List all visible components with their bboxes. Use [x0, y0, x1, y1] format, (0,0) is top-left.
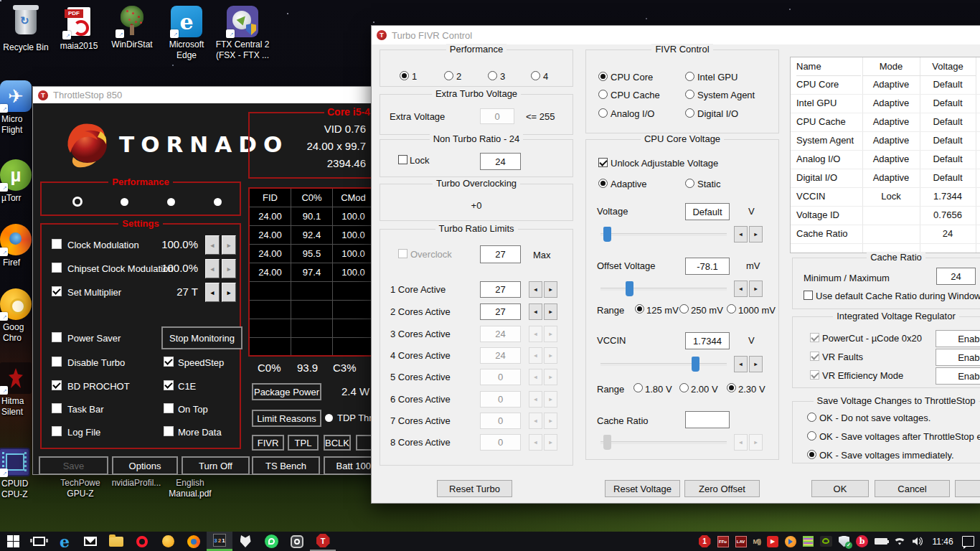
extra-voltage-input[interactable]: 0: [480, 108, 514, 124]
taskbar-mail[interactable]: [77, 532, 103, 551]
log-file-checkbox[interactable]: [52, 426, 62, 436]
tray-madvr[interactable]: M)): [753, 538, 761, 545]
fivr-titlebar[interactable]: T Turbo FIVR Control: [372, 26, 980, 44]
vr-efficiency-button[interactable]: Enabled: [936, 367, 980, 385]
table-header-mode[interactable]: Mode: [862, 57, 920, 76]
taskbar-whatsapp[interactable]: [258, 532, 284, 551]
core-active-input[interactable]: 27: [480, 303, 521, 320]
core-active-stepper[interactable]: [529, 303, 557, 320]
clock-modulation-stepper[interactable]: [205, 235, 236, 255]
taskbar-firefox[interactable]: [181, 532, 207, 551]
range-125mv-radio[interactable]: [635, 304, 644, 314]
task-bar-checkbox[interactable]: [52, 403, 62, 413]
reset-turbo-button[interactable]: Reset Turbo: [437, 480, 512, 497]
ok-button[interactable]: OK: [811, 480, 869, 497]
tray-lav[interactable]: LAV: [735, 536, 747, 547]
unlock-voltage-checkbox[interactable]: [598, 158, 608, 167]
ts-bench-button[interactable]: TS Bench: [252, 456, 320, 475]
analog-io-radio[interactable]: [598, 108, 608, 118]
overclock-max-input[interactable]: 27: [480, 245, 521, 263]
offset-voltage-stepper[interactable]: [734, 281, 763, 297]
save-option-radio-1[interactable]: [807, 413, 816, 422]
core-active-stepper[interactable]: [529, 281, 557, 298]
static-radio[interactable]: [685, 179, 694, 188]
save-option-radio-2[interactable]: [807, 431, 816, 441]
tray-defender[interactable]: ✓: [839, 536, 849, 547]
vccin-box[interactable]: 1.7344: [685, 332, 730, 349]
desktop-icon-english-manual[interactable]: English Manual.pdf: [162, 476, 218, 499]
taskbar-opera[interactable]: [129, 532, 155, 551]
core-active-stepper[interactable]: [529, 413, 557, 429]
ts-profile-radio-4[interactable]: [214, 198, 222, 206]
limit-reasons-button[interactable]: Limit Reasons: [252, 410, 321, 427]
tray-wifi[interactable]: [894, 537, 905, 546]
perf-radio-3[interactable]: [488, 71, 497, 80]
zero-offset-button[interactable]: Zero Offset: [684, 480, 760, 497]
cache-ratio-stepper[interactable]: [734, 434, 763, 451]
desktop-icon-recycle-bin[interactable]: Recycle Bin: [0, 6, 52, 53]
system-agent-radio[interactable]: [685, 90, 694, 99]
perf-radio-4[interactable]: [531, 71, 540, 80]
desktop-icon-gpuz[interactable]: TechPowe GPU-Z: [52, 476, 109, 499]
tray-color-grid[interactable]: [803, 536, 814, 547]
perf-radio-1[interactable]: [400, 71, 409, 80]
default-cache-ratio-checkbox[interactable]: [804, 291, 813, 300]
core-active-stepper[interactable]: [529, 369, 557, 385]
core-active-stepper[interactable]: [529, 326, 557, 342]
turn-off-button[interactable]: Turn Off: [182, 456, 250, 475]
vccin-stepper[interactable]: [734, 356, 763, 372]
powercut-checkbox[interactable]: [810, 333, 819, 342]
core-active-stepper[interactable]: [529, 434, 557, 451]
range-230v-radio[interactable]: [727, 383, 736, 392]
desktop-icon-edge[interactable]: e Microsoft Edge: [159, 6, 214, 61]
cpu-cache-radio[interactable]: [598, 90, 608, 99]
speedstep-checkbox[interactable]: [164, 357, 174, 367]
vccin-slider[interactable]: [600, 356, 727, 372]
taskbar-orange-app[interactable]: [155, 532, 181, 551]
offset-voltage-box[interactable]: -78.1: [685, 258, 730, 275]
tpl-button[interactable]: TPL: [288, 435, 319, 451]
range-250mv-radio[interactable]: [679, 304, 689, 314]
core-active-stepper[interactable]: [529, 347, 557, 364]
core-active-input[interactable]: 24: [480, 347, 521, 364]
powercut-button[interactable]: Enabled: [936, 330, 980, 347]
offset-voltage-slider[interactable]: [600, 281, 727, 297]
non-turbo-ratio-input[interactable]: 24: [480, 153, 521, 170]
digital-io-radio[interactable]: [685, 108, 694, 118]
bd-prochot-checkbox[interactable]: [52, 380, 62, 390]
voltage-stepper[interactable]: [734, 226, 763, 242]
c1e-checkbox[interactable]: [164, 380, 174, 390]
reset-voltage-button[interactable]: Reset Voltage: [605, 480, 680, 497]
power-saver-checkbox[interactable]: [52, 332, 62, 342]
apply-button[interactable]: [955, 480, 980, 497]
overclock-checkbox[interactable]: [398, 249, 407, 258]
stop-monitoring-button[interactable]: Stop Monitoring: [161, 326, 242, 349]
range-200v-radio[interactable]: [679, 383, 689, 392]
tray-nvidia[interactable]: [820, 536, 832, 547]
vr-faults-button[interactable]: Enabled: [936, 349, 980, 366]
set-multiplier-stepper[interactable]: [205, 283, 236, 302]
tray-ffdshow[interactable]: FFu: [717, 536, 729, 547]
bclk-button[interactable]: BCLK: [324, 435, 351, 451]
action-center-button[interactable]: [962, 536, 974, 547]
chipset-clock-modulation-checkbox[interactable]: [52, 263, 62, 273]
range-180v-radio[interactable]: [633, 383, 643, 392]
options-button[interactable]: Options: [112, 456, 178, 475]
core-active-input[interactable]: 0: [480, 391, 521, 408]
taskbar-edge[interactable]: e: [52, 532, 77, 551]
intel-gpu-radio[interactable]: [685, 72, 694, 81]
lock-checkbox[interactable]: [398, 155, 407, 164]
voltage-value-box[interactable]: Default: [685, 203, 730, 220]
core-active-input[interactable]: 0: [480, 413, 521, 429]
more-data-checkbox[interactable]: [164, 426, 174, 436]
vr-faults-checkbox[interactable]: [810, 352, 819, 361]
clock-modulation-checkbox[interactable]: [52, 239, 62, 249]
cancel-button[interactable]: Cancel: [875, 480, 950, 497]
taskbar-throttlestop[interactable]: T: [310, 532, 336, 551]
taskbar-file-explorer[interactable]: [103, 532, 129, 551]
desktop-icon-windirstat[interactable]: WinDirStat: [106, 6, 158, 50]
cache-ratio-minmax-input[interactable]: 24: [936, 268, 976, 285]
tray-volume[interactable]: [912, 537, 923, 546]
save-option-radio-3[interactable]: [807, 450, 816, 459]
fivr-button[interactable]: FIVR: [252, 435, 284, 451]
